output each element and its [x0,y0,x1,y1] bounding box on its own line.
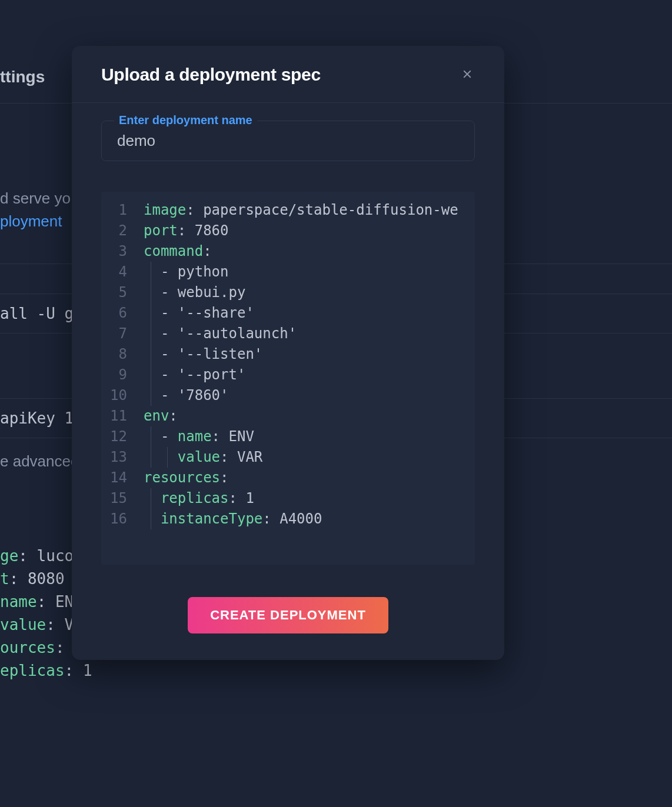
upload-spec-modal: Upload a deployment spec Enter deploymen… [72,46,504,660]
create-deployment-button[interactable]: CREATE DEPLOYMENT [188,597,388,633]
line-number: 13 [101,447,144,468]
line-number: 15 [101,488,144,509]
line-number: 10 [101,385,144,406]
line-number: 5 [101,282,144,303]
editor-line: 2port: 7860 [101,221,475,241]
name-input-label: Enter deployment name [114,114,257,127]
name-input-wrap: Enter deployment name [101,121,475,161]
editor-line: 16 instanceType: A4000 [101,509,475,529]
editor-line: 12 - name: ENV [101,426,475,447]
close-icon [462,69,473,81]
line-content: command: [144,241,475,262]
line-content: - name: ENV [144,426,475,447]
line-number: 8 [101,344,144,365]
line-content: port: 7860 [144,221,475,241]
line-number: 1 [101,200,144,221]
line-content: image: paperspace/stable-diffusion-we [144,200,475,221]
modal-header: Upload a deployment spec [72,46,504,103]
line-content: value: VAR [144,447,475,468]
line-number: 3 [101,241,144,262]
deployment-link[interactable]: ployment [0,212,62,230]
modal-body: Enter deployment name 1image: paperspace… [72,103,504,660]
line-content: resources: [144,468,475,488]
line-number: 16 [101,509,144,529]
close-button[interactable] [460,66,475,84]
line-content: instanceType: A4000 [144,509,475,529]
line-content: - '7860' [144,385,475,406]
line-number: 4 [101,262,144,282]
editor-line: 15 replicas: 1 [101,488,475,509]
line-number: 2 [101,221,144,241]
line-content: - '--listen' [144,344,475,365]
line-number: 12 [101,426,144,447]
editor-line: 6 - '--share' [101,303,475,324]
line-number: 7 [101,324,144,344]
line-content: - '--autolaunch' [144,324,475,344]
spec-editor[interactable]: 1image: paperspace/stable-diffusion-we2p… [101,192,475,565]
editor-line: 3command: [101,241,475,262]
editor-line: 9 - '--port' [101,365,475,385]
line-number: 11 [101,406,144,426]
editor-line: 4 - python [101,262,475,282]
line-content: - '--share' [144,303,475,324]
editor-line: 8 - '--listen' [101,344,475,365]
editor-line: 7 - '--autolaunch' [101,324,475,344]
line-content: - webui.py [144,282,475,303]
editor-line: 11env: [101,406,475,426]
modal-title: Upload a deployment spec [101,65,321,85]
editor-line: 10 - '7860' [101,385,475,406]
line-number: 9 [101,365,144,385]
editor-line: 14resources: [101,468,475,488]
line-content: replicas: 1 [144,488,475,509]
line-number: 6 [101,303,144,324]
line-content: - '--port' [144,365,475,385]
line-number: 14 [101,468,144,488]
line-content: env: [144,406,475,426]
editor-line: 13 value: VAR [101,447,475,468]
editor-line: 5 - webui.py [101,282,475,303]
line-content: - python [144,262,475,282]
editor-line: 1image: paperspace/stable-diffusion-we [101,200,475,221]
